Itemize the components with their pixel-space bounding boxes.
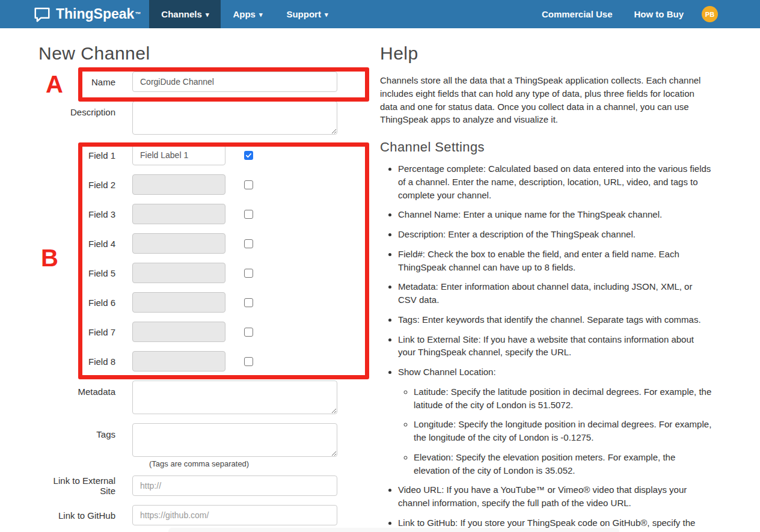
- page-content: New Channel Name Description Field 1 Fie…: [0, 28, 760, 532]
- brand-trademark: ™: [135, 11, 141, 17]
- new-channel-form: New Channel Name Description Field 1 Fie…: [38, 43, 354, 532]
- chevron-down-icon: ▾: [259, 11, 263, 19]
- field-8-label: Field 8: [38, 356, 132, 367]
- list-item: Channel Name: Enter a unique name for th…: [398, 208, 712, 221]
- field-1-checkbox[interactable]: [244, 151, 253, 160]
- field-2-checkbox[interactable]: [244, 180, 253, 189]
- list-item: Show Channel Location: Latitude: Specify…: [398, 365, 712, 477]
- top-navbar: ThingSpeak™ Channels ▾ Apps ▾ Support ▾ …: [0, 0, 760, 28]
- list-item: Tags: Enter keywords that identify the c…: [398, 313, 712, 326]
- tags-label: Tags: [38, 423, 132, 439]
- field-row: Field 2: [38, 174, 354, 195]
- nav-right: Commercial Use How to Buy PB: [531, 0, 760, 28]
- list-item: Field#: Check the box to enable the fiel…: [398, 248, 712, 274]
- field-row: Field 1: [38, 145, 354, 165]
- metadata-label: Metadata: [38, 381, 132, 397]
- chevron-down-icon: ▾: [206, 11, 209, 19]
- nav-item-how-to-buy[interactable]: How to Buy: [624, 9, 695, 19]
- metadata-textarea[interactable]: [132, 381, 337, 414]
- field-1-input[interactable]: [132, 145, 225, 165]
- list-item: Latitude: Specify the latitude position …: [414, 385, 712, 412]
- field-6-checkbox[interactable]: [244, 298, 253, 307]
- metadata-row: Metadata: [38, 381, 354, 414]
- list-item: Metadata: Enter information about channe…: [398, 280, 712, 307]
- thingspeak-logo[interactable]: ThingSpeak™: [0, 0, 149, 28]
- field-row: Field 7: [38, 322, 354, 342]
- footer-edge: [168, 528, 619, 532]
- github-label: Link to GitHub: [38, 510, 132, 521]
- field-1-label: Field 1: [38, 150, 132, 161]
- field-7-label: Field 7: [38, 327, 132, 337]
- chevron-down-icon: ▾: [325, 11, 328, 19]
- page-title: New Channel: [38, 43, 354, 64]
- list-item: Elevation: Specify the elevation positio…: [414, 451, 712, 477]
- field-row: Field 6: [38, 292, 354, 313]
- nav-item-channels[interactable]: Channels ▾: [149, 0, 221, 28]
- tags-textarea[interactable]: [132, 423, 337, 457]
- nav-item-support[interactable]: Support ▾: [274, 0, 340, 28]
- channel-settings-list: Percentage complete: Calculated based on…: [380, 162, 712, 532]
- field-2-label: Field 2: [38, 180, 132, 190]
- help-intro: Channels store all the data that a Thing…: [380, 74, 712, 126]
- name-row: Name: [38, 72, 354, 92]
- external-site-row: Link to External Site: [38, 475, 354, 496]
- field-4-checkbox[interactable]: [244, 239, 253, 248]
- description-textarea[interactable]: [132, 101, 337, 135]
- field-6-label: Field 6: [38, 298, 132, 308]
- help-panel: Help Channels store all the data that a …: [380, 43, 712, 532]
- user-avatar[interactable]: PB: [702, 6, 718, 22]
- field-4-label: Field 4: [38, 239, 132, 249]
- field-8-checkbox[interactable]: [244, 357, 253, 366]
- field-row: Field 4: [38, 233, 354, 254]
- field-8-input[interactable]: [132, 351, 225, 371]
- field-row: Field 5: [38, 263, 354, 283]
- name-input[interactable]: [132, 72, 337, 92]
- field-5-checkbox[interactable]: [244, 269, 253, 278]
- nav-item-commercial-use[interactable]: Commercial Use: [531, 9, 624, 19]
- github-input[interactable]: [132, 505, 337, 525]
- list-item: Percentage complete: Calculated based on…: [398, 162, 712, 201]
- field-row: Field 8: [38, 351, 354, 371]
- name-label: Name: [38, 77, 132, 87]
- nav-item-apps[interactable]: Apps ▾: [221, 0, 274, 28]
- list-item: Description: Enter a description of the …: [398, 228, 712, 241]
- tags-row: Tags: [38, 423, 354, 457]
- field-4-input[interactable]: [132, 233, 225, 254]
- field-2-input[interactable]: [132, 174, 225, 195]
- description-label: Description: [38, 101, 132, 117]
- github-row: Link to GitHub: [38, 505, 354, 525]
- main-nav: Channels ▾ Apps ▾ Support ▾: [149, 0, 340, 28]
- field-5-label: Field 5: [38, 268, 132, 278]
- speech-bubble-icon: [33, 5, 51, 23]
- field-3-checkbox[interactable]: [244, 210, 253, 219]
- help-title: Help: [380, 43, 712, 64]
- field-3-input[interactable]: [132, 204, 225, 224]
- external-site-label: Link to External Site: [38, 475, 132, 496]
- field-5-input[interactable]: [132, 263, 225, 283]
- field-3-label: Field 3: [38, 209, 132, 219]
- list-item: Video URL: If you have a YouTube™ or Vim…: [398, 483, 712, 510]
- brand-name: ThingSpeak: [56, 6, 134, 22]
- location-sub-list: Latitude: Specify the latitude position …: [398, 385, 712, 477]
- description-row: Description: [38, 101, 354, 135]
- field-7-input[interactable]: [132, 322, 225, 342]
- tags-hint: (Tags are comma separated): [149, 459, 354, 468]
- field-row: Field 3: [38, 204, 354, 224]
- list-item: Longitude: Specify the longitude positio…: [414, 418, 712, 444]
- channel-settings-heading: Channel Settings: [380, 139, 712, 155]
- list-item: Link to External Site: If you have a web…: [398, 333, 712, 359]
- external-site-input[interactable]: [132, 475, 337, 496]
- field-7-checkbox[interactable]: [244, 328, 253, 337]
- field-6-input[interactable]: [132, 292, 225, 313]
